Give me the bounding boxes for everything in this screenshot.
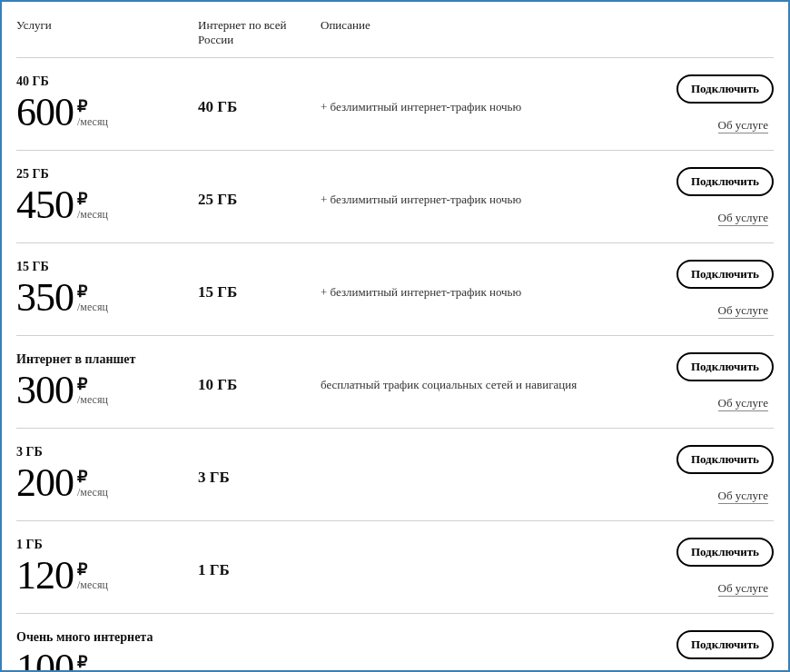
- about-service-link[interactable]: Об услуге: [718, 303, 768, 319]
- plan-description: бесплатный трафик социальных сетей и нав…: [321, 352, 665, 392]
- plan-price: 100: [16, 650, 74, 672]
- connect-button[interactable]: Подключить: [676, 74, 774, 104]
- plan-data-amount: 25 ГБ: [198, 167, 321, 209]
- plan-title: 1 ГБ: [16, 538, 198, 552]
- plan-price: 600: [16, 94, 74, 131]
- plan-description: [321, 538, 665, 563]
- plan-row: Интернет в планшет300₽/месяц10 ГБбесплат…: [16, 336, 774, 429]
- about-service-link[interactable]: Об услуге: [718, 581, 768, 597]
- plan-description: + безлимитный интернет-трафик ночью: [321, 167, 665, 207]
- plan-title: Очень много интернета: [16, 630, 198, 645]
- ruble-icon: ₽: [77, 376, 108, 394]
- plan-title: Интернет в планшет: [16, 352, 198, 367]
- plan-data-amount: 3 ГБ: [198, 445, 321, 487]
- plan-description: + безлимитный интернет-трафик ночью: [321, 260, 665, 300]
- per-month-label: /месяц: [77, 394, 108, 406]
- per-month-label: /месяц: [77, 116, 108, 128]
- plan-row: Очень много интернета100₽/месяцПодключит…: [16, 614, 774, 672]
- plan-description: + безлимитный интернет-трафик ночью: [321, 74, 665, 114]
- header-description: Описание: [321, 18, 665, 46]
- header-data-line1: Интернет по всей: [198, 18, 286, 32]
- plan-title: 40 ГБ: [16, 74, 198, 89]
- ruble-icon: ₽: [77, 283, 108, 301]
- connect-button[interactable]: Подключить: [676, 630, 774, 659]
- plan-row: 40 ГБ600₽/месяц40 ГБ+ безлимитный интерн…: [16, 58, 774, 151]
- connect-button[interactable]: Подключить: [676, 260, 774, 289]
- plan-data-amount: 15 ГБ: [198, 260, 321, 301]
- ruble-icon: ₽: [77, 654, 108, 672]
- connect-button[interactable]: Подключить: [676, 445, 774, 474]
- plan-price: 120: [16, 558, 74, 594]
- per-month-label: /месяц: [77, 487, 108, 499]
- about-service-link[interactable]: Об услуге: [718, 489, 768, 504]
- connect-button[interactable]: Подключить: [676, 352, 774, 381]
- ruble-icon: ₽: [77, 469, 108, 487]
- plan-data-amount: 10 ГБ: [198, 352, 321, 394]
- per-month-label: /месяц: [77, 209, 108, 221]
- connect-button[interactable]: Подключить: [676, 167, 774, 196]
- about-service-link[interactable]: Об услуге: [718, 211, 768, 226]
- plan-price: 350: [16, 280, 74, 316]
- about-service-link[interactable]: Об услуге: [718, 118, 768, 133]
- plan-row: 1 ГБ120₽/месяц1 ГБПодключитьОб услуге: [16, 521, 774, 614]
- plan-data-amount: [198, 630, 321, 654]
- ruble-icon: ₽: [77, 98, 108, 116]
- plan-price: 450: [16, 187, 74, 223]
- plan-data-amount: 1 ГБ: [198, 538, 321, 579]
- connect-button[interactable]: Подключить: [676, 538, 774, 567]
- plan-description: [321, 445, 665, 470]
- per-month-label: /месяц: [77, 579, 108, 591]
- plan-row: 15 ГБ350₽/месяц15 ГБ+ безлимитный интерн…: [16, 243, 774, 336]
- per-month-label: /месяц: [77, 301, 108, 313]
- plan-row: 3 ГБ200₽/месяц3 ГБПодключитьОб услуге: [16, 429, 774, 521]
- plan-price: 200: [16, 465, 74, 501]
- ruble-icon: ₽: [77, 191, 108, 209]
- header-data-line2: России: [198, 33, 233, 46]
- plan-description: [321, 630, 665, 656]
- header-data: Интернет по всей России: [198, 18, 321, 46]
- plan-data-amount: 40 ГБ: [198, 74, 321, 116]
- about-service-link[interactable]: Об услуге: [718, 396, 768, 411]
- plan-price: 300: [16, 372, 74, 409]
- plan-title: 3 ГБ: [16, 445, 198, 460]
- plan-title: 25 ГБ: [16, 167, 198, 182]
- ruble-icon: ₽: [77, 561, 108, 579]
- plan-row: 25 ГБ450₽/месяц25 ГБ+ безлимитный интерн…: [16, 151, 774, 243]
- plan-title: 15 ГБ: [16, 260, 198, 274]
- header-service: Услуги: [16, 18, 198, 46]
- table-header: Услуги Интернет по всей России Описание: [16, 2, 774, 58]
